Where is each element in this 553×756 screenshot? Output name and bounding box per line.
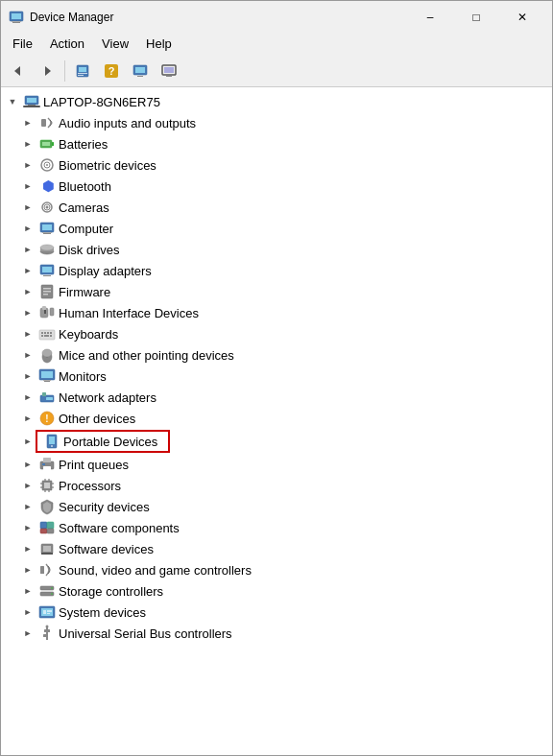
security-expand[interactable]: ►: [20, 499, 36, 514]
disk-expand[interactable]: ►: [20, 242, 36, 257]
forward-button[interactable]: [34, 58, 60, 84]
sound-expand[interactable]: ►: [20, 562, 36, 578]
tree-item-sound[interactable]: ► Sound, video and game controllers: [1, 559, 552, 580]
menu-file[interactable]: File: [5, 35, 40, 53]
tree-item-audio[interactable]: ► Audio inputs and outputs: [1, 112, 552, 133]
tree-item-usb[interactable]: ► Universal Serial Bus controllers: [1, 623, 552, 644]
audio-expand[interactable]: ►: [20, 115, 36, 130]
batteries-label: Batteries: [59, 137, 115, 152]
svg-rect-103: [47, 610, 52, 612]
svg-text:?: ?: [108, 65, 115, 77]
svg-rect-68: [46, 397, 53, 400]
cameras-expand[interactable]: ►: [20, 200, 36, 215]
content-area: ▼ LAPTOP-8GN6ER75 ►: [1, 87, 552, 755]
batteries-expand[interactable]: ►: [20, 136, 36, 152]
device-tree[interactable]: ▼ LAPTOP-8GN6ER75 ►: [1, 87, 552, 755]
svg-point-28: [46, 164, 48, 166]
svg-rect-34: [42, 224, 52, 230]
other-expand[interactable]: ►: [20, 411, 36, 426]
maximize-button[interactable]: □: [454, 8, 498, 27]
tree-item-mice[interactable]: ► Mice and other pointing devices: [1, 344, 552, 366]
software-components-expand[interactable]: ►: [20, 520, 36, 535]
root-icon: [23, 93, 40, 110]
close-button[interactable]: ✕: [500, 8, 544, 27]
tree-item-computer[interactable]: ► Computer: [1, 218, 552, 239]
system-expand[interactable]: ►: [20, 604, 36, 620]
monitors-expand[interactable]: ►: [20, 368, 36, 384]
display-expand[interactable]: ►: [20, 263, 36, 278]
svg-rect-102: [43, 610, 46, 614]
system-icon: [38, 603, 56, 621]
tree-item-disk[interactable]: ► Disk drives: [1, 239, 552, 260]
back-button[interactable]: [5, 58, 32, 84]
computer-expand[interactable]: ►: [20, 221, 36, 236]
keyboard-icon: [38, 325, 56, 343]
biometric-expand[interactable]: ►: [20, 157, 36, 173]
svg-rect-20: [23, 106, 40, 107]
minimize-button[interactable]: –: [408, 8, 452, 27]
tree-item-hid[interactable]: ► Human Interface Devices: [1, 302, 552, 323]
usb-expand[interactable]: ►: [20, 626, 36, 641]
tree-root[interactable]: ▼ LAPTOP-8GN6ER75: [1, 91, 552, 112]
toolbar-separator-1: [64, 60, 65, 82]
tree-item-display[interactable]: ► Display adapters: [1, 260, 552, 281]
software-devices-expand[interactable]: ►: [20, 541, 36, 556]
tree-item-software-components[interactable]: ► Software components: [1, 517, 552, 538]
svg-rect-72: [49, 437, 55, 444]
svg-rect-77: [42, 463, 45, 465]
portable-expand[interactable]: ►: [20, 434, 36, 449]
tree-item-keyboards[interactable]: ► Keyboards: [1, 323, 552, 344]
tree-item-bluetooth[interactable]: ► ⬢ Bluetooth: [1, 176, 552, 197]
hid-expand[interactable]: ►: [20, 305, 36, 320]
svg-rect-88: [40, 522, 47, 529]
keyboards-expand[interactable]: ►: [20, 326, 36, 342]
tree-item-monitors[interactable]: ► Monitors: [1, 366, 552, 387]
tree-item-storage[interactable]: ► Storage controllers: [1, 580, 552, 602]
tree-item-batteries[interactable]: ► Batteries: [1, 133, 552, 154]
network-expand[interactable]: ►: [20, 390, 36, 405]
monitor-button[interactable]: [156, 58, 182, 84]
help-button[interactable]: ?: [98, 58, 125, 84]
tree-item-software-devices[interactable]: ► Software devices: [1, 538, 552, 559]
properties-button[interactable]: [69, 58, 96, 84]
tree-item-network[interactable]: ► Network adapters: [1, 387, 552, 408]
tree-item-firmware[interactable]: ► Firmware: [1, 281, 552, 302]
tree-item-processors[interactable]: ► Processors: [1, 475, 552, 496]
audio-label: Audio inputs and outputs: [59, 116, 204, 130]
svg-point-98: [51, 587, 53, 589]
computer-icon: [38, 220, 56, 237]
menu-help[interactable]: Help: [138, 35, 180, 53]
svg-rect-19: [27, 98, 36, 103]
software-components-icon: [38, 519, 56, 536]
processors-expand[interactable]: ►: [20, 478, 36, 493]
svg-rect-53: [44, 332, 46, 334]
title-bar-controls: – □ ✕: [408, 8, 544, 27]
menu-view[interactable]: View: [94, 35, 136, 53]
bluetooth-expand[interactable]: ►: [20, 178, 36, 194]
sound-label: Sound, video and game controllers: [59, 563, 259, 578]
software-devices-icon: [38, 540, 56, 557]
root-label: LAPTOP-8GN6ER75: [43, 95, 168, 109]
tree-item-system[interactable]: ► System devices: [1, 602, 552, 623]
tree-item-biometric[interactable]: ► Biometric devices: [1, 154, 552, 176]
root-expand-icon[interactable]: ▼: [5, 94, 20, 109]
sound-icon: [38, 561, 56, 579]
firmware-expand[interactable]: ►: [20, 284, 36, 299]
menu-action[interactable]: Action: [42, 35, 92, 53]
tree-item-cameras[interactable]: ► Cameras: [1, 197, 552, 218]
menu-bar: File Action View Help: [1, 32, 552, 55]
svg-rect-44: [43, 288, 51, 290]
scan-button[interactable]: [127, 58, 154, 84]
tree-item-security[interactable]: ► Security devices: [1, 496, 552, 517]
svg-text:!: !: [45, 413, 48, 424]
title-bar-text: Device Manager: [30, 11, 113, 24]
storage-expand[interactable]: ►: [20, 583, 36, 599]
print-expand[interactable]: ►: [20, 457, 36, 472]
tree-item-portable[interactable]: ► Portable Devices: [1, 429, 552, 454]
bluetooth-icon: ⬢: [38, 177, 56, 195]
tree-item-print[interactable]: ► Print queues: [1, 454, 552, 475]
network-icon: [38, 389, 56, 406]
back-icon: [11, 63, 26, 79]
mice-expand[interactable]: ►: [20, 347, 36, 363]
tree-item-other[interactable]: ► ! Other devices: [1, 408, 552, 429]
